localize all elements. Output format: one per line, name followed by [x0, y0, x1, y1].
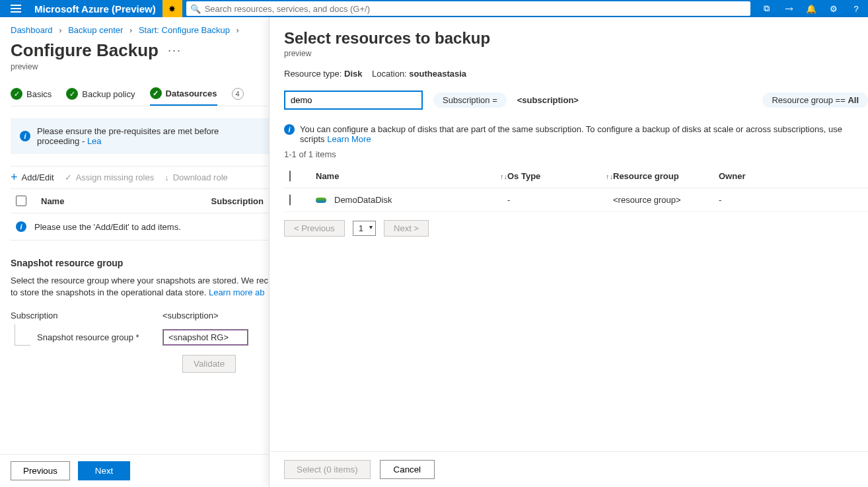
datasource-table-header: Name Subscription [11, 189, 269, 213]
page-select[interactable]: 1 [353, 221, 376, 236]
breadcrumb-configure[interactable]: Start: Configure Backup [139, 25, 230, 35]
search-icon: 🔍 [186, 4, 205, 14]
filter-row: Subscription = <subscription> Resource g… [284, 91, 868, 110]
banner-text: Please ensure the pre-requisites are met… [37, 126, 219, 146]
check-icon: ✓ [150, 87, 162, 99]
step-4[interactable]: 4 [232, 88, 244, 105]
cancel-button[interactable]: Cancel [380, 460, 435, 479]
top-icon-bar: ⧉ 𐃘 🔔 ⚙ ? [754, 3, 868, 14]
step-label: Datasources [166, 89, 217, 98]
notifications-icon[interactable]: 🔔 [806, 3, 816, 14]
select-all-checkbox[interactable] [16, 196, 26, 206]
add-edit-button[interactable]: + Add/Edit [11, 170, 54, 184]
info-icon: i [20, 131, 30, 141]
disk-icon [316, 198, 326, 203]
column-name[interactable]: Name [316, 171, 339, 181]
result-count: 1-1 of 1 items [284, 149, 868, 159]
tree-connector [15, 324, 30, 346]
chevron-right-icon: › [55, 25, 65, 35]
select-button: Select (0 items) [284, 460, 371, 479]
snapshot-rg-label: Snapshot resource group * [37, 332, 163, 342]
step-number: 4 [232, 88, 244, 100]
next-button[interactable]: Next [78, 461, 130, 480]
pager-previous: < Previous [284, 220, 345, 237]
check-icon: ✓ [65, 172, 72, 182]
column-owner[interactable]: Owner [719, 171, 745, 181]
breadcrumb-dashboard[interactable]: Dashboard [11, 25, 53, 35]
banner-link[interactable]: Lea [87, 136, 102, 146]
row-checkbox[interactable] [289, 194, 291, 206]
row-name: DemoDataDisk [334, 195, 392, 205]
panel-title: Select resources to backup [284, 29, 868, 48]
settings-icon[interactable]: ⚙ [828, 3, 839, 14]
learn-more-link[interactable]: Learn More [327, 134, 371, 144]
empty-state-row: i Please use the 'Add/Edit' to add items… [11, 213, 269, 241]
assign-roles-button: ✓ Assign missing roles [65, 172, 155, 182]
datasource-toolbar: + Add/Edit ✓ Assign missing roles ↓ Down… [11, 166, 269, 189]
more-icon[interactable]: ··· [168, 44, 182, 57]
column-os-type[interactable]: Os Type [507, 171, 540, 181]
menu-icon[interactable] [0, 0, 32, 17]
breadcrumb: Dashboard › Backup center › Start: Confi… [11, 25, 269, 35]
subscription-value: <subscription> [163, 311, 219, 320]
panel-footer: Select (0 items) Cancel [270, 451, 868, 487]
step-backup-policy[interactable]: ✓ Backup policy [66, 88, 135, 105]
page-title: Configure Backup [11, 40, 159, 61]
preview-label: preview [11, 62, 269, 71]
subscription-label: Subscription [11, 311, 163, 320]
top-bar: Microsoft Azure (Preview) ✸ 🔍 ⧉ 𐃘 🔔 ⚙ ? [0, 0, 868, 17]
resource-meta-line: Resource type: Disk Location: southeasta… [284, 69, 868, 79]
breadcrumb-backup-center[interactable]: Backup center [68, 25, 123, 35]
prerequisites-banner: i Please ensure the pre-requisites are m… [11, 118, 269, 154]
configure-backup-blade: Dashboard › Backup center › Start: Confi… [0, 17, 269, 487]
snapshot-rg-select[interactable]: <snapshot RG> [163, 329, 248, 346]
sort-icon[interactable]: ↑↓ [606, 172, 613, 180]
chevron-right-icon: › [233, 25, 243, 35]
info-callout: i You can configure a backup of disks th… [284, 124, 868, 144]
column-resource-group[interactable]: Resource group [613, 171, 679, 181]
resource-type-label: Resource type: [284, 69, 344, 79]
global-search[interactable]: 🔍 [186, 1, 750, 16]
tool-label: Assign missing roles [76, 172, 155, 182]
column-name[interactable]: Name [41, 196, 211, 206]
tool-label: Add/Edit [22, 172, 54, 182]
download-button: ↓ Download role [164, 172, 228, 182]
previous-button[interactable]: Previous [11, 461, 70, 480]
pager: < Previous 1 Next > [284, 220, 868, 237]
help-icon[interactable]: ? [851, 3, 861, 14]
row-resource-group: <resource group> [613, 195, 681, 205]
check-icon: ✓ [66, 88, 78, 100]
column-subscription[interactable]: Subscription [211, 196, 264, 206]
location-label: Location: [372, 69, 409, 79]
resource-group-filter-pill[interactable]: Resource group == All [762, 93, 868, 108]
step-basics[interactable]: ✓ Basics [11, 88, 52, 105]
callout-text: You can configure a backup of disks that… [300, 124, 842, 144]
sort-icon[interactable]: ↑↓ [500, 172, 507, 180]
learn-more-link[interactable]: Learn more ab [209, 287, 265, 297]
subscription-row: Subscription <subscription> [11, 311, 269, 320]
resource-type-value: Disk [344, 69, 362, 79]
filter-icon[interactable]: 𐃘 [783, 3, 794, 14]
row-os: - [507, 195, 510, 205]
step-label: Backup policy [82, 89, 135, 99]
snapshot-rg-title: Snapshot resource group [11, 258, 269, 268]
check-icon: ✓ [11, 88, 22, 100]
location-value: southeastasia [409, 69, 466, 79]
empty-message: Please use the 'Add/Edit' to add items. [34, 222, 181, 232]
plus-icon: + [11, 170, 18, 184]
preview-bug-icon[interactable]: ✸ [163, 0, 182, 17]
validate-button: Validate [182, 355, 236, 373]
step-datasources[interactable]: ✓ Datasources [150, 87, 217, 106]
row-owner: - [719, 195, 721, 205]
subscription-filter-value: <subscription> [517, 95, 579, 105]
table-row[interactable]: DemoDataDisk - <resource group> - [284, 188, 868, 212]
select-resources-panel: Select resources to backup preview Resou… [269, 17, 868, 487]
cloud-shell-icon[interactable]: ⧉ [761, 3, 772, 14]
snapshot-rg-desc: Select the resource group where your sna… [11, 275, 269, 299]
search-input[interactable] [205, 4, 750, 14]
pager-next: Next > [384, 220, 429, 237]
filter-input[interactable] [284, 91, 423, 110]
select-all-checkbox[interactable] [289, 170, 291, 182]
subscription-filter-pill[interactable]: Subscription = [433, 93, 507, 108]
brand-label: Microsoft Azure (Preview) [32, 3, 163, 15]
